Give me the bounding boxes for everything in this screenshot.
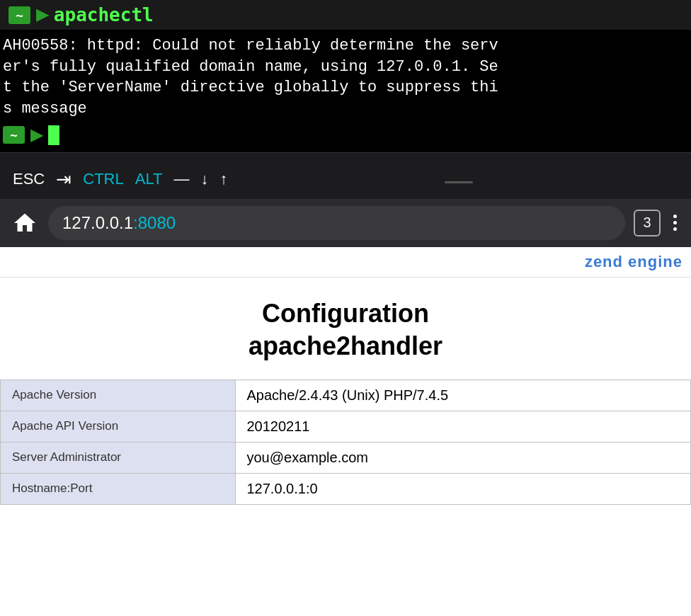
down-arrow-key[interactable]: ↓	[195, 167, 214, 191]
terminal-output-line1: AH00558: httpd: Could not reliably deter…	[3, 35, 691, 57]
terminal-output-line3: t the 'ServerName' directive globally to…	[3, 77, 691, 98]
ctrl-key[interactable]: CTRL	[77, 167, 129, 191]
menu-dot-1	[673, 215, 677, 218]
browser-menu-button[interactable]	[669, 210, 681, 236]
menu-dot-2	[673, 221, 677, 224]
table-row: Apache API Version20120211	[1, 411, 691, 442]
terminal-output-line4: s message	[3, 98, 691, 120]
home-icon	[12, 210, 38, 236]
web-title-section: Configuration apache2handler	[0, 278, 691, 368]
table-cell-value: Apache/2.4.43 (Unix) PHP/7.4.5	[235, 380, 691, 411]
terminal-arrow-icon: ▶	[36, 6, 48, 24]
web-content: zend engine Configuration apache2handler…	[0, 247, 691, 505]
terminal-section: ~ ▶ apachectl AH00558: httpd: Could not …	[0, 0, 691, 152]
terminal-prompt-line: ~ ▶	[0, 120, 691, 152]
zend-engine-badge: zend engine	[585, 253, 683, 271]
keyboard-divider	[445, 181, 473, 183]
browser-bar: 127.0.0.1:8080 3	[0, 199, 691, 247]
info-table: Apache VersionApache/2.4.43 (Unix) PHP/7…	[0, 380, 691, 505]
table-cell-label: Hostname:Port	[1, 473, 236, 504]
web-header-strip: zend engine	[0, 247, 691, 278]
web-title-sub: apache2handler	[14, 331, 677, 361]
terminal-prompt-tilde: ~	[3, 126, 25, 144]
up-arrow-key[interactable]: ↑	[214, 167, 233, 191]
url-host: 127.0.0.1	[62, 213, 133, 232]
terminal-output-line2: er's fully qualified domain name, using …	[3, 57, 691, 78]
menu-dot-3	[673, 227, 677, 231]
table-cell-value: you@example.com	[235, 442, 691, 473]
table-cell-value: 20120211	[235, 411, 691, 442]
tab-key[interactable]: ⇥	[50, 166, 77, 193]
table-cell-label: Server Administrator	[1, 442, 236, 473]
terminal-prompt-arrow-icon: ▶	[30, 126, 42, 144]
url-bar[interactable]: 127.0.0.1:8080	[48, 206, 625, 240]
alt-key[interactable]: ALT	[130, 167, 169, 191]
terminal-output: AH00558: httpd: Could not reliably deter…	[0, 30, 691, 120]
terminal-tilde-badge: ~	[8, 6, 30, 24]
url-text: 127.0.0.1:8080	[62, 213, 176, 233]
table-row: Hostname:Port127.0.0.1:0	[1, 473, 691, 504]
tab-count-badge[interactable]: 3	[634, 210, 661, 236]
url-port: :8080	[133, 213, 176, 232]
table-cell-label: Apache API Version	[1, 411, 236, 442]
terminal-cursor	[48, 125, 59, 145]
table-row: Apache VersionApache/2.4.43 (Unix) PHP/7…	[1, 380, 691, 411]
dash-key[interactable]: —	[168, 167, 195, 191]
table-cell-label: Apache Version	[1, 380, 236, 411]
terminal-command-text: apachectl	[54, 4, 154, 25]
esc-key[interactable]: ESC	[7, 167, 50, 191]
terminal-top-bar: ~ ▶ apachectl	[0, 0, 691, 30]
home-button[interactable]	[10, 208, 40, 238]
table-row: Server Administratoryou@example.com	[1, 442, 691, 473]
table-cell-value: 127.0.0.1:0	[235, 473, 691, 504]
keyboard-bar: ESC ⇥ CTRL ALT — ↓ ↑	[0, 152, 691, 199]
web-title-main: Configuration	[14, 299, 677, 329]
